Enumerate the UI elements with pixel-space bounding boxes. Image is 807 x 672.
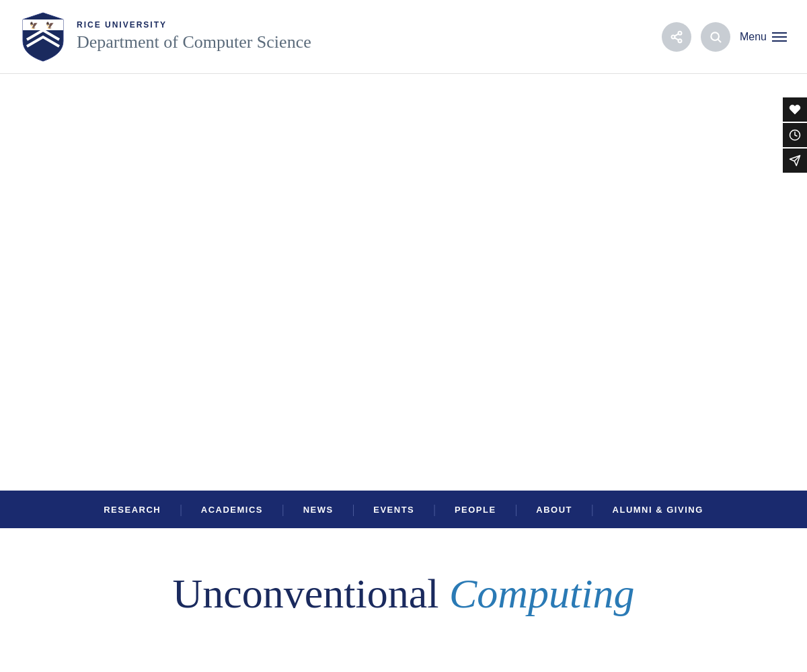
- dept-name: Department of Computer Science: [77, 31, 311, 54]
- svg-rect-0: [23, 19, 63, 30]
- send-button[interactable]: [783, 149, 807, 173]
- nav-item-alumni[interactable]: ALUMNI & GIVING: [594, 505, 722, 515]
- header-title-block: RICE UNIVERSITY Department of Computer S…: [77, 19, 311, 54]
- page-header: 🦅 🦅 RICE UNIVERSITY Department of Comput…: [0, 0, 807, 74]
- tagline-heading: Unconventional Computing: [172, 569, 634, 618]
- heart-icon: [789, 103, 801, 116]
- tagline-part1: Unconventional: [172, 571, 449, 616]
- svg-line-7: [675, 34, 679, 36]
- hamburger-icon: [772, 32, 787, 42]
- nav-item-events[interactable]: EVENTS: [354, 505, 433, 515]
- menu-label: Menu: [740, 31, 767, 43]
- main-nav: RESEARCH | ACADEMICS | NEWS | EVENTS | P…: [0, 491, 807, 528]
- header-actions: Menu: [662, 22, 787, 52]
- nav-item-news[interactable]: NEWS: [284, 505, 352, 515]
- header-brand: 🦅 🦅 RICE UNIVERSITY Department of Comput…: [20, 11, 311, 62]
- nav-item-research[interactable]: RESEARCH: [85, 505, 180, 515]
- history-button[interactable]: [783, 123, 807, 147]
- university-logo: 🦅 🦅: [20, 11, 66, 62]
- svg-line-9: [718, 39, 721, 42]
- svg-text:🦅: 🦅: [46, 21, 54, 30]
- favorite-button[interactable]: [783, 97, 807, 122]
- share-icon: [670, 30, 683, 44]
- search-button[interactable]: [701, 22, 730, 52]
- side-buttons-panel: [783, 97, 807, 173]
- menu-button[interactable]: Menu: [740, 31, 787, 43]
- svg-text:🦅: 🦅: [30, 21, 38, 30]
- university-name: RICE UNIVERSITY: [77, 19, 311, 31]
- nav-item-academics[interactable]: ACADEMICS: [182, 505, 282, 515]
- tagline-part2: Computing: [449, 571, 635, 616]
- nav-item-people[interactable]: PEOPLE: [436, 505, 515, 515]
- hero-area: [0, 74, 807, 491]
- tagline-section: Unconventional Computing: [0, 528, 807, 645]
- clock-icon: [789, 129, 801, 141]
- nav-item-about[interactable]: ABOUT: [517, 505, 591, 515]
- search-icon: [709, 30, 722, 44]
- share-button[interactable]: [662, 22, 691, 52]
- send-icon: [789, 155, 801, 167]
- svg-line-6: [675, 38, 679, 40]
